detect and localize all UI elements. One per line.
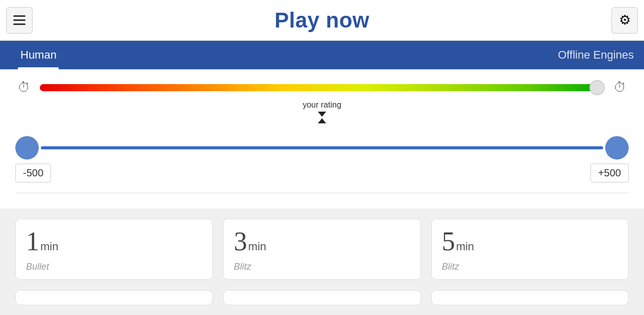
color-bar-thumb[interactable] (589, 80, 605, 95)
page-title: Play now (275, 8, 369, 33)
tab-offline-engines[interactable]: Offline Engines (537, 41, 644, 69)
slider-thumb-left[interactable] (15, 136, 39, 160)
menu-button[interactable] (6, 7, 33, 34)
time-controls-bottom (0, 290, 644, 310)
time-label: Blitz (234, 261, 410, 272)
time-number: 5 (442, 227, 455, 256)
range-max-label: +500 (590, 164, 629, 182)
menu-icon-line2 (13, 19, 26, 21)
time-unit: min (40, 240, 58, 253)
time-card-1min[interactable]: 1min Bullet (15, 219, 213, 280)
range-min-label: -500 (15, 164, 51, 182)
your-rating-label: your rating (303, 100, 341, 110)
slider-thumb-right[interactable] (605, 136, 629, 160)
tab-bar: Human Offline Engines (0, 41, 644, 69)
settings-icon: ⚙ (619, 12, 631, 28)
time-number: 1 (26, 227, 39, 256)
time-unit: min (248, 240, 266, 253)
time-number: 3 (234, 227, 247, 256)
time-card-partial-2 (223, 290, 420, 305)
time-card-top: 3min (234, 228, 410, 255)
time-card-top: 1min (26, 228, 202, 255)
time-controls-grid: 1min Bullet 3min Blitz 5min Blitz (0, 208, 644, 290)
time-card-top: 5min (442, 228, 618, 255)
time-unit: min (456, 240, 474, 253)
range-labels: -500 +500 (15, 164, 629, 182)
time-label: Blitz (442, 261, 618, 272)
color-bar-row: ⏱ ⏱ (15, 80, 629, 95)
rating-marker: your rating (31, 100, 613, 126)
section-divider (15, 193, 629, 193)
range-slider (15, 136, 629, 160)
time-card-5min[interactable]: 5min Blitz (431, 219, 629, 280)
color-bar (40, 84, 604, 91)
time-label: Bullet (26, 261, 202, 272)
timer-left-icon: ⏱ (15, 80, 33, 95)
time-card-partial-3 (431, 290, 629, 305)
slider-track (41, 146, 603, 149)
time-card-3min[interactable]: 3min Blitz (223, 219, 420, 280)
time-card-partial-1 (15, 290, 213, 305)
menu-icon-line1 (13, 15, 26, 17)
rating-arrow-down-icon (318, 112, 326, 117)
menu-icon-line3 (13, 23, 26, 25)
timer-right-icon: ⏱ (611, 80, 629, 95)
header: Play now ⚙ (0, 0, 644, 41)
tab-human[interactable]: Human (0, 41, 77, 69)
settings-button[interactable]: ⚙ (611, 7, 638, 34)
slider-track-container (41, 145, 603, 151)
rating-section: ⏱ ⏱ your rating -500 +500 (0, 69, 644, 208)
rating-arrow-up-icon (318, 118, 326, 123)
